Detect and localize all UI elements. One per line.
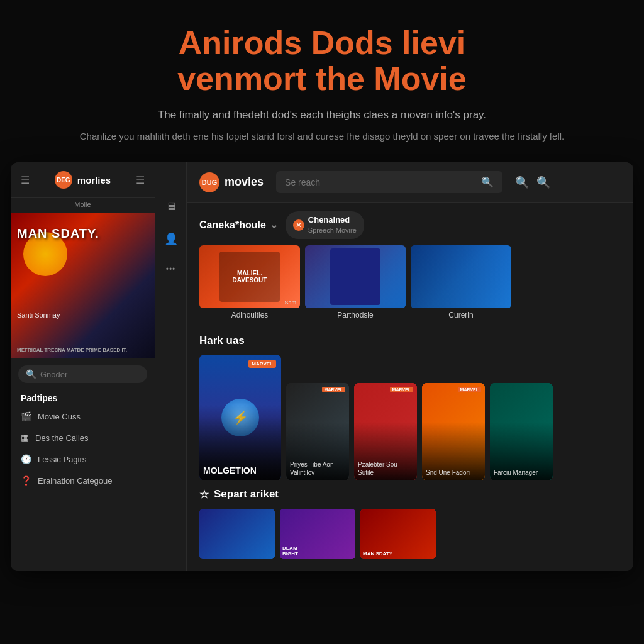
card-label-0: MOLGETION [203, 465, 277, 476]
featured-card-2[interactable]: MARVEL Pzalebter Sou Sutile [354, 383, 417, 480]
main-logo-badge: DUG [199, 172, 219, 192]
movie-card-2[interactable]: Curerin [411, 245, 511, 319]
top-movies-row: MALIEL.DAVESOUT Sam Adinoulties Parthods… [187, 245, 633, 330]
chevron-down-icon: ⌄ [270, 219, 278, 231]
sidebar-item-lessic[interactable]: 🕐 Lessic Pagirs [11, 448, 155, 470]
movie-thumb-2 [411, 245, 511, 308]
card-label-3: Snd Une Fadori [426, 469, 481, 477]
card-label-4: Farciu Manager [494, 469, 549, 477]
sidebar-section-label: Padtipes [11, 388, 155, 406]
bottom-movies-row: DEAMBIGHT MAN SDATY [199, 509, 621, 559]
help-icon: ❓ [21, 475, 31, 486]
header-icons: 🔍 🔍 [515, 175, 550, 189]
main-content: DUG movies 🔍 🔍 🔍 Caneka*houle ⌄ ✕ [187, 162, 633, 571]
grid-icon: ▦ [21, 433, 29, 443]
chip-text: Chenained Spreech Movire [308, 215, 357, 235]
filter-dropdown[interactable]: Caneka*houle ⌄ [199, 219, 278, 231]
menu-icon[interactable] [21, 174, 30, 186]
main-logo: DUG movies [199, 172, 264, 192]
sidebar-search-icon: 🔍 [26, 369, 36, 379]
poster-title: MAN SDATY. [17, 226, 99, 241]
bottom-card-1[interactable]: DEAMBIGHT [280, 509, 355, 559]
section-separt-ariket: ☆ Separt ariket DEAMBIGHT MAN SDATY [187, 480, 633, 559]
movie-card-1[interactable]: Parthodsle [305, 245, 406, 319]
featured-card-3[interactable]: MARVEL Snd Une Fadori [422, 383, 485, 480]
movie-card-0[interactable]: MALIEL.DAVESOUT Sam Adinoulties [199, 245, 300, 319]
film-icon: 🎬 [21, 411, 31, 421]
main-search-input[interactable] [285, 177, 476, 187]
hero-title: Anirods Dods lievi venmort the Movie [13, 25, 631, 97]
featured-card-4[interactable]: Farciu Manager [490, 383, 553, 480]
section3-title: ☆ Separt ariket [199, 488, 621, 501]
movie-card-label-2: Curerin [411, 311, 511, 319]
clock-icon: 🕐 [21, 454, 31, 464]
sidebar-poster: MAN SDATY. Santi Sonmay MEFRICAL TRECNA … [11, 213, 155, 358]
filter-chip[interactable]: ✕ Chenained Spreech Movire [286, 211, 364, 238]
app-container: DEG morlies Molie MAN SDATY. Santi Sonma… [11, 162, 633, 571]
sidebar-item-movie-cuss[interactable]: 🎬 Movie Cuss [11, 406, 155, 427]
sidebar-logo-badge: DEG [55, 171, 72, 189]
main-header: DUG movies 🔍 🔍 🔍 [187, 162, 633, 203]
icon-search-1[interactable]: 🔍 [515, 175, 529, 189]
main-logo-text: movies [225, 175, 264, 189]
star-icon: ☆ [199, 488, 209, 501]
x-icon: ✕ [296, 221, 302, 230]
filter-bar: Caneka*houle ⌄ ✕ Chenained Spreech Movir… [187, 203, 633, 245]
side-nav-icons: 🖥 👤 ••• [155, 162, 187, 571]
sidebar-header: DEG morlies [11, 162, 155, 198]
movie-card-label-0: Adinoulties [199, 311, 300, 319]
hero-section: Anirods Dods lievi venmort the Movie The… [0, 0, 644, 162]
person-icon[interactable]: 👤 [164, 232, 178, 246]
monitor-icon[interactable]: 🖥 [165, 200, 177, 213]
chip-remove-button[interactable]: ✕ [293, 219, 304, 231]
more-dots-icon[interactable]: ••• [166, 265, 176, 274]
bottom-card-0[interactable] [199, 509, 275, 559]
bottom-card-2[interactable]: MAN SDATY [360, 509, 436, 559]
sidebar-search-input[interactable] [40, 370, 146, 379]
featured-card-0[interactable]: ⚡ MARVEL MOLGETION [199, 355, 281, 480]
sidebar: DEG morlies Molie MAN SDATY. Santi Sonma… [11, 162, 155, 571]
section-hark-uas: Hark uas ⚡ MARVEL MOLGETION [187, 330, 633, 480]
hero-subtitle2: Chanlize you mahliith deth ene his fopie… [13, 130, 631, 144]
sidebar-item-eralnation[interactable]: ❓ Eralnation Categoue [11, 470, 155, 491]
sidebar-search-bar[interactable]: 🔍 [18, 365, 147, 383]
icon-search-2[interactable]: 🔍 [536, 175, 550, 189]
poster-badge: MEFRICAL TRECNA MATDE PRIME BASED IT. [17, 347, 127, 353]
sidebar-logo-text: morlies [77, 175, 111, 186]
card-label-2: Pzalebter Sou Sutile [358, 460, 413, 477]
section2-title: Hark uas [199, 335, 621, 347]
sidebar-menu-icon-right[interactable] [136, 174, 145, 186]
hero-subtitle1: The fimally and fhedeht dod's each theig… [13, 107, 631, 123]
featured-movies-row: ⚡ MARVEL MOLGETION MARVEL Priyes Tib [199, 355, 621, 480]
sidebar-item-des-calles[interactable]: ▦ Des the Calles [11, 427, 155, 448]
movie-thumb-0: MALIEL.DAVESOUT Sam [199, 245, 300, 308]
main-search-bar[interactable]: 🔍 [276, 171, 502, 193]
search-bar-icon: 🔍 [481, 176, 494, 188]
movie-thumb-1 [305, 245, 406, 308]
card-label-1: Priyes Tibe Aon Valintilov [290, 460, 345, 477]
movie-card-label-1: Parthodsle [305, 311, 406, 319]
sidebar-logo: DEG morlies [55, 171, 111, 189]
featured-card-1[interactable]: MARVEL Priyes Tibe Aon Valintilov [286, 383, 349, 480]
poster-subtitle: Santi Sonmay [17, 311, 60, 320]
sidebar-sub-label: Molie [11, 198, 155, 213]
